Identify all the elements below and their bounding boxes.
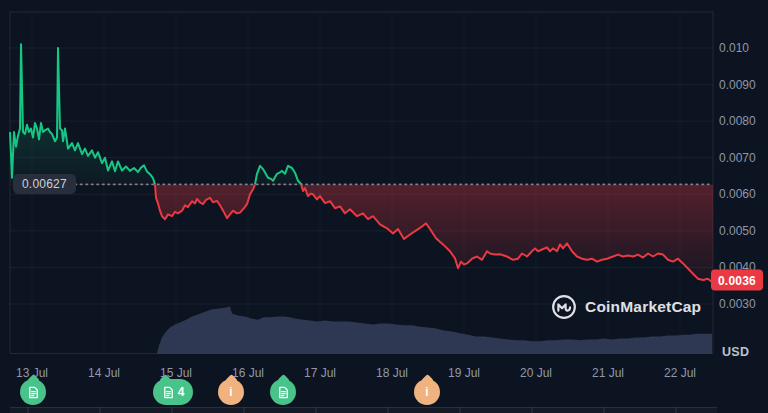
x-axis-label: 21 Jul	[592, 366, 624, 380]
last-price-badge: 0.0036	[711, 270, 763, 291]
currency-label: USD	[722, 345, 749, 359]
news-event-marker[interactable]	[270, 379, 296, 405]
news-document-icon	[162, 386, 175, 399]
y-axis-label: 0.0050	[719, 224, 756, 238]
news-event-marker[interactable]: 4	[153, 379, 193, 405]
y-axis-label: 0.0060	[719, 187, 756, 201]
x-axis-label: 17 Jul	[304, 366, 336, 380]
info-icon: i	[229, 385, 232, 399]
info-icon: i	[425, 385, 428, 399]
x-axis-label: 20 Jul	[520, 366, 552, 380]
x-axis-label: 22 Jul	[664, 366, 696, 380]
threshold-price-label: 0.00627	[13, 174, 76, 194]
timeline-strip[interactable]	[10, 408, 717, 413]
y-axis-label: 0.0090	[719, 78, 756, 92]
x-axis-label: 19 Jul	[448, 366, 480, 380]
info-event-marker[interactable]: i	[218, 379, 244, 405]
x-axis-label: 14 Jul	[88, 366, 120, 380]
y-axis-label: 0.0070	[719, 151, 756, 165]
event-count: 4	[178, 385, 185, 399]
news-document-icon	[27, 386, 40, 399]
x-axis-label: 18 Jul	[376, 366, 408, 380]
watermark-text: CoinMarketCap	[585, 298, 701, 316]
x-axis-label: 16 Jul	[232, 366, 264, 380]
info-event-marker[interactable]: i	[414, 379, 440, 405]
y-axis-label: 0.010	[719, 41, 749, 55]
coinmarketcap-logo-icon	[551, 294, 577, 320]
news-document-icon	[277, 386, 290, 399]
coinmarketcap-watermark: CoinMarketCap	[551, 294, 701, 320]
y-axis-label: 0.0030	[719, 297, 756, 311]
price-chart-module: 0.00627 0.0036 0.0100.00900.00800.00700.…	[0, 0, 768, 413]
news-event-marker[interactable]	[20, 379, 46, 405]
price-chart-canvas[interactable]	[0, 0, 768, 413]
y-axis-label: 0.0080	[719, 114, 756, 128]
